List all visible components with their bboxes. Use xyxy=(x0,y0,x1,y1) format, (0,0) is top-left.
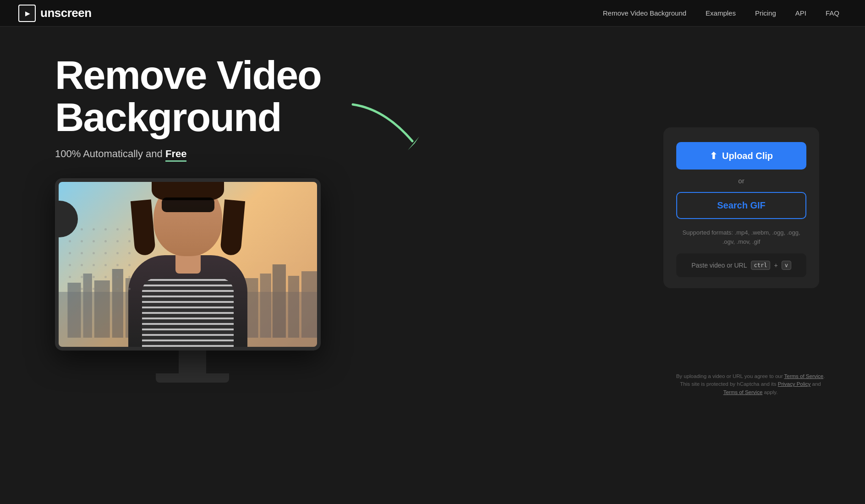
tos-link-2[interactable]: Terms of Service xyxy=(723,389,763,395)
nav-pricing[interactable]: Pricing xyxy=(748,5,783,21)
logo-icon xyxy=(18,5,36,22)
logo-text: unscreen xyxy=(40,6,92,20)
arrow-decoration xyxy=(348,100,422,157)
hero-right: ⬆ Upload Clip or Search GIF Supported fo… xyxy=(663,127,819,288)
supported-formats-text: Supported formats: .mp4, .webm, .ogg, .o… xyxy=(676,228,806,246)
v-key: v xyxy=(782,261,791,270)
monitor-foot xyxy=(156,373,229,383)
paste-area[interactable]: Paste video or URL ctrl + v xyxy=(676,253,806,277)
nav-faq[interactable]: FAQ xyxy=(818,5,847,21)
hero-left: Remove Video Background 100% Automatical… xyxy=(55,54,412,383)
nav-remove-video[interactable]: Remove Video Background xyxy=(596,5,694,21)
upload-clip-button[interactable]: ⬆ Upload Clip xyxy=(676,142,806,170)
hero-section: Remove Video Background 100% Automatical… xyxy=(0,27,865,401)
paste-label-text: Paste video or URL xyxy=(691,262,747,269)
or-divider: or xyxy=(676,177,806,185)
nav-examples[interactable]: Examples xyxy=(698,5,743,21)
navbar: unscreen Remove Video Background Example… xyxy=(0,0,865,27)
ctrl-key: ctrl xyxy=(751,261,771,270)
dot-grid-decoration xyxy=(69,228,137,296)
upload-icon: ⬆ xyxy=(710,150,717,161)
privacy-link[interactable]: Privacy Policy xyxy=(778,381,811,387)
nav-links: Remove Video Background Examples Pricing… xyxy=(596,5,847,21)
logo[interactable]: unscreen xyxy=(18,5,92,22)
footer-note: By uploading a video or URL you agree to… xyxy=(673,373,828,396)
plus-sign: + xyxy=(774,262,777,269)
monitor-neck xyxy=(179,351,206,373)
nav-api[interactable]: API xyxy=(788,5,814,21)
tos-link[interactable]: Terms of Service xyxy=(784,373,824,379)
upload-panel: ⬆ Upload Clip or Search GIF Supported fo… xyxy=(663,127,819,288)
search-gif-button[interactable]: Search GIF xyxy=(676,192,806,219)
